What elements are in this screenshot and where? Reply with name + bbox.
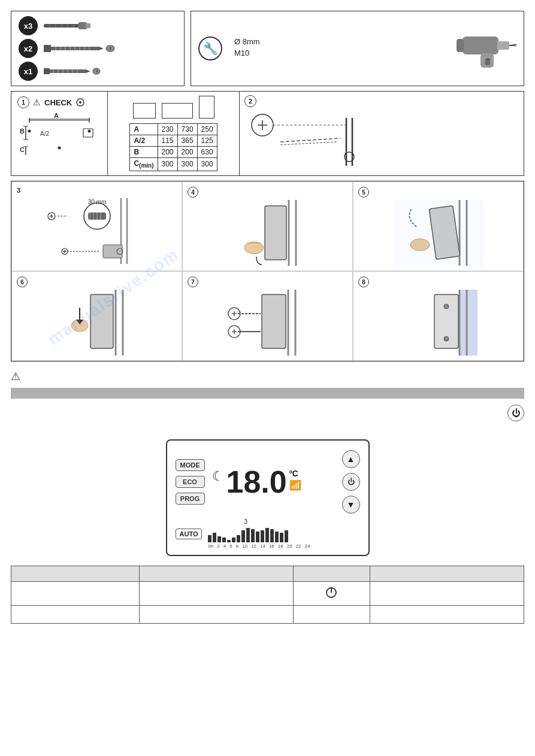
step-circle-1: 1 [17,96,29,108]
svg-rect-77 [103,245,122,258]
warning-triangle-1: ⚠ [33,98,41,107]
power-button[interactable]: ⏻ [342,473,360,491]
dim-label-A: A [130,124,158,135]
bottom-table [11,566,524,624]
tools-info: Ø 8mm M10 [234,37,260,60]
step4-num: 4 [188,187,198,198]
dim-row-A: A 230 730 250 [130,124,217,135]
dim-label-B: B [130,147,158,158]
instructions-right: ⏻ [361,405,524,430]
mount-opt-1 [133,103,156,119]
mode-button[interactable]: MODE [176,459,205,471]
step-circle-2: 2 [244,95,256,107]
mount-options [133,96,214,119]
prog-button[interactable]: PROG [176,493,205,505]
dim-row-B: B 200 200 630 [130,147,217,158]
sbar-5 [227,540,231,542]
down-button[interactable]: ▼ [342,496,360,514]
schedule-indicator: 3 [244,518,247,525]
thermo-display-area: ☾ 18.0 ºC 📶 [210,466,337,497]
dim-A2-3: 125 [197,135,217,147]
up-button[interactable]: ▲ [342,450,360,468]
btable-r1c3-power [293,582,370,606]
check-label: CHECK [44,98,72,107]
sbar-3 [217,536,221,542]
btable-r1c4 [370,582,524,606]
drill-size-text: Ø 8mm [234,37,260,46]
time-0h: 0h [208,544,213,549]
svg-point-47 [28,130,31,133]
sbar-8 [241,530,245,542]
btable-h3 [293,566,370,582]
dim-B-1: 200 [158,147,177,158]
dim-A-1: 230 [158,124,177,135]
sbar-10 [251,529,255,542]
sbar-6 [232,538,235,542]
bottom-table-header-row [11,566,524,582]
dim-A2-2: 365 [177,135,197,147]
step4-cell: 4 [182,181,353,271]
auto-badge: AUTO [176,529,202,539]
dim-label-A2: A/2 [130,135,158,147]
svg-point-40 [79,101,81,104]
time-24: 24 [305,544,310,549]
svg-rect-114 [460,290,477,356]
dim-B-3: 630 [197,147,217,158]
svg-rect-35 [497,41,509,50]
instruction-para-1 [11,405,337,415]
thermostat-display: MODE ECO PROG ☾ 18.0 ºC 📶 ▲ ⏻ ▼ AUTO [166,439,370,556]
svg-point-58 [58,147,61,150]
thermo-main-row: MODE ECO PROG ☾ 18.0 ºC 📶 ▲ ⏻ ▼ [176,450,360,514]
step4-illustration [188,200,347,266]
step3-cell: 3 30 mm [11,181,182,271]
step5-num: 5 [358,187,369,198]
hardware-row-2: x2 [19,39,177,58]
screw-small-svg [44,65,128,78]
sbar-15 [275,532,279,542]
grey-bar [11,388,524,399]
sbar-17 [285,530,288,542]
time-18: 18 [278,544,283,549]
thermo-schedule: 3 0h [208,518,359,549]
mount-opt-2 [162,103,193,119]
step2-section: 2 [240,92,524,175]
time-2: 2 [217,544,219,549]
power-icon-area[interactable]: ⏻ [507,405,524,421]
abc-diagram-svg: A B A/2 C [17,113,101,167]
time-20: 20 [287,544,292,549]
steps-3-8-grid: 3 30 mm [11,181,524,362]
steps-1-2-row: 1 ⚠ CHECK A B A/2 [11,91,524,176]
svg-text:A/2: A/2 [40,130,49,137]
sbar-2 [213,533,216,542]
step3-illustration: 30 mm [17,196,177,266]
sbar-12 [261,530,264,542]
eco-button[interactable]: ECO [176,476,205,488]
svg-rect-2 [86,23,90,28]
bolt-size-text: M10 [234,48,260,57]
bottom-table-row-2 [11,606,524,624]
step6-svg [58,290,136,356]
step5-svg [394,200,483,266]
svg-rect-96 [394,200,483,266]
step7-num: 7 [188,277,198,287]
svg-rect-21 [44,68,50,74]
warning-section: ⚠ [11,370,524,383]
step2-svg [244,112,364,172]
btable-r2c3 [293,606,370,624]
dim-A-2: 730 [177,124,197,135]
time-12: 12 [251,544,256,549]
dim-A-3: 250 [197,124,217,135]
step3-num: 3 [17,187,20,194]
btable-r2c2 [140,606,294,624]
step6-cell: 6 [11,271,182,361]
hardware-row-1: x3 [19,16,177,35]
hardware-row-3: x1 [19,62,177,81]
hardware-box: x3 x2 [11,11,185,86]
step3-svg: 30 mm [43,198,151,264]
instructions-left [11,405,337,430]
sbar-11 [256,532,259,542]
bottom-table-row-1 [11,582,524,606]
mount-opt-3 [199,96,214,119]
drill-svg [451,25,516,72]
temp-unit-area: ºC 📶 [289,469,301,491]
